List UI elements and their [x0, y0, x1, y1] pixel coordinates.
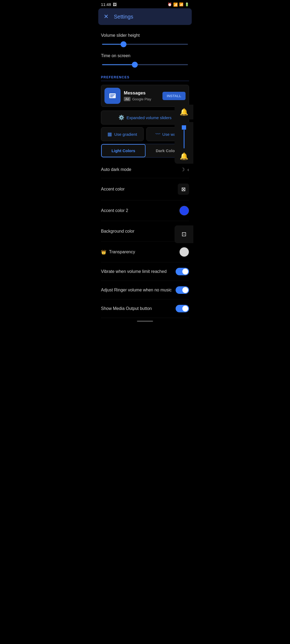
expanded-sliders-label: Expanded volume sliders	[126, 115, 172, 120]
moon-icon: ☽	[180, 167, 185, 173]
scroll-hint	[137, 321, 153, 322]
svg-rect-2	[110, 94, 115, 95]
chevron-left-icon[interactable]: ‹	[187, 167, 189, 173]
ad-badge-row: Ad Google Play	[124, 97, 159, 101]
volume-slider-thumb[interactable]	[121, 41, 126, 47]
time-slider-container[interactable]	[101, 61, 189, 70]
ad-app-name: Messages	[124, 90, 159, 96]
media-output-toggle[interactable]	[176, 305, 189, 312]
time-on-screen-label: Time on screen	[101, 53, 189, 58]
status-icons: ⏰ 📶 📶 🔋	[168, 2, 189, 7]
accent-color-2-text: Accent color 2	[101, 208, 128, 213]
app-header: ✕ Settings	[98, 8, 192, 25]
setting-row-vibrate: Vibrate when volume limit reached	[101, 262, 189, 281]
auto-dark-label: Auto dark mode	[101, 167, 131, 172]
gradient-icon: ▦	[107, 131, 112, 137]
close-button[interactable]: ✕	[104, 13, 108, 20]
ad-install-button[interactable]: INSTALL	[162, 92, 186, 100]
preferences-section-header: PREFERENCES	[101, 75, 189, 79]
ad-banner: Messages Ad Google Play INSTALL	[101, 85, 189, 107]
accent-color-label: Accent color	[101, 187, 125, 192]
setting-row-ringer: Adjust Ringer volume when no music	[101, 281, 189, 299]
setting-row-accent-color-2[interactable]: Accent color 2	[101, 200, 189, 221]
vibrate-toggle[interactable]	[176, 268, 189, 275]
section-divider	[101, 81, 189, 81]
bg-color-label: Background color	[101, 229, 135, 234]
transparency-text: Transparency	[109, 250, 135, 254]
status-time: 11:48	[101, 2, 111, 7]
scroll-content: Volume slider height Time on screen PREF…	[97, 26, 193, 326]
ad-badge: Ad	[124, 97, 130, 101]
status-bar: 11:48 🖼 ⏰ 📶 📶 🔋	[97, 0, 193, 8]
screenshot-icon: 🖼	[113, 2, 117, 7]
svg-rect-4	[110, 97, 113, 97]
overlay-bell-icon-top: 🔔	[180, 108, 188, 116]
setting-row-transparency[interactable]: 👑 Transparency	[101, 242, 189, 262]
overlay-bell-icon-mid: 🔔	[180, 152, 188, 160]
ad-source: Google Play	[132, 97, 151, 101]
wave-icon: 〰	[155, 131, 160, 137]
wifi-icon: 📶	[173, 2, 178, 7]
alarm-icon: ⏰	[168, 2, 172, 6]
ringer-text: Adjust Ringer volume when no music	[101, 288, 172, 292]
svg-rect-3	[110, 96, 114, 96]
ad-app-icon	[104, 88, 121, 104]
overlay-panel-mid: 🔔	[175, 122, 193, 164]
bg-color-text: Background color	[101, 229, 135, 234]
no-signal-icon-box[interactable]: ⊠	[178, 184, 189, 195]
accent-color-2-swatch[interactable]	[179, 206, 189, 215]
auto-dark-text: Auto dark mode	[101, 167, 131, 172]
volume-slider-container[interactable]	[101, 41, 189, 50]
sliders-icon: ⚙️	[118, 115, 124, 120]
use-gradient-label: Use gradient	[114, 132, 137, 137]
vibrate-text: Vibrate when volume limit reached	[101, 269, 166, 274]
ringer-label: Adjust Ringer volume when no music	[101, 288, 172, 292]
media-output-label: Show Media Output button	[101, 306, 152, 311]
no-text-icon: ⊡	[179, 229, 189, 240]
overlay-panel-top: 🔔	[175, 105, 193, 119]
accent-color-text: Accent color	[101, 187, 125, 192]
page-title: Settings	[114, 14, 133, 20]
vibrate-label: Vibrate when volume limit reached	[101, 269, 166, 274]
transparency-label: 👑 Transparency	[101, 250, 135, 255]
light-colors-tab[interactable]: Light Colors	[101, 144, 146, 157]
signal-icon: 📶	[179, 2, 183, 6]
setting-row-media-output: Show Media Output button	[101, 299, 189, 318]
overlay-line	[184, 130, 184, 148]
time-slider-thumb[interactable]	[132, 62, 138, 68]
crown-icon: 👑	[101, 250, 106, 255]
ad-info: Messages Ad Google Play	[124, 90, 159, 101]
use-gradient-button[interactable]: ▦ Use gradient	[101, 127, 144, 141]
time-slider-track[interactable]	[102, 64, 188, 65]
transparency-swatch[interactable]	[179, 247, 189, 257]
no-signal-icon: ⊠	[181, 186, 186, 192]
time-slider-fill	[102, 64, 135, 65]
media-output-text: Show Media Output button	[101, 306, 152, 311]
overlay-dot	[182, 125, 186, 130]
overlay-panel-notext: ⊡	[175, 225, 193, 243]
accent-color-2-label: Accent color 2	[101, 208, 128, 213]
setting-row-accent-color[interactable]: Accent color ⊠	[101, 178, 189, 200]
volume-slider-label: Volume slider height	[101, 33, 189, 38]
battery-icon: 🔋	[185, 2, 189, 6]
setting-row-auto-dark: Auto dark mode ☽ ‹	[101, 161, 189, 178]
ringer-toggle[interactable]	[176, 286, 189, 294]
volume-slider-fill	[102, 44, 124, 45]
volume-slider-track[interactable]	[102, 44, 188, 45]
